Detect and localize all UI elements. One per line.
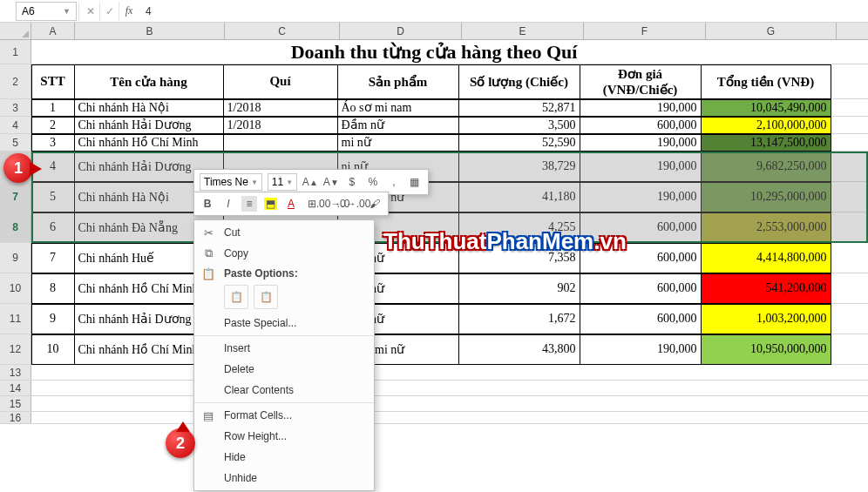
italic-icon[interactable]: I — [220, 196, 236, 212]
formula-input[interactable]: 4 — [139, 5, 868, 17]
format-painter-icon[interactable]: 🖌 — [367, 196, 383, 212]
paste-keep-source-icon[interactable]: 📋 — [224, 285, 248, 309]
cell-tt[interactable]: 10,045,490,000 — [701, 99, 831, 117]
menu-format-cells[interactable]: ▤Format Cells... — [194, 405, 374, 426]
row-header[interactable]: 16 — [0, 412, 31, 423]
menu-paste-special[interactable]: Paste Special... — [194, 313, 374, 334]
cell-dg[interactable]: 600,000 — [580, 117, 702, 134]
cell-ten[interactable]: Chi nhánh Hà Nội — [74, 99, 224, 117]
col-header-a[interactable]: A — [31, 23, 75, 39]
accept-formula-button[interactable]: ✓ — [100, 2, 119, 21]
menu-clear-contents[interactable]: Clear Contents — [194, 380, 374, 401]
cell-dg[interactable]: 190,000 — [580, 152, 702, 182]
cell-sp[interactable]: Đầm nữ — [337, 117, 459, 134]
cell-stt[interactable]: 6 — [31, 212, 75, 243]
cell-sp[interactable]: Áo sơ mi nam — [337, 99, 459, 117]
col-header-f[interactable]: F — [584, 23, 706, 39]
cell-stt[interactable]: 2 — [31, 117, 75, 134]
context-menu[interactable]: ✂Cut ⧉Copy 📋Paste Options: 📋 📋 Paste Spe… — [193, 219, 375, 491]
cell-tt[interactable]: 10,950,000,000 — [701, 334, 831, 365]
cell-ten[interactable]: Chi nhánh Hải Dương — [74, 117, 224, 134]
cell-sl[interactable]: 41,180 — [458, 182, 580, 212]
cell-tt[interactable]: 541,200,000 — [701, 273, 831, 304]
cell-tt[interactable]: 13,147,500,000 — [701, 134, 831, 152]
menu-copy[interactable]: ⧉Copy — [194, 243, 374, 264]
cell-sl[interactable]: 902 — [458, 273, 580, 304]
cell-tt[interactable]: 2,553,000,000 — [701, 212, 831, 243]
col-header-g[interactable]: G — [706, 23, 837, 39]
cell-dg[interactable]: 190,000 — [580, 334, 702, 365]
cell-dg[interactable]: 600,000 — [580, 304, 702, 334]
cell-dg[interactable]: 190,000 — [580, 134, 702, 152]
cell-tt[interactable]: 1,003,200,000 — [701, 304, 831, 334]
cell-qui[interactable]: 1/2018 — [223, 117, 338, 134]
row-header[interactable]: 12 — [0, 334, 31, 364]
row-header[interactable]: 15 — [0, 396, 31, 411]
percent-icon[interactable]: % — [365, 174, 381, 190]
cell-stt[interactable]: 3 — [31, 134, 75, 152]
cell-tt[interactable]: 4,414,800,000 — [701, 243, 831, 273]
cell-tt[interactable]: 10,295,000,000 — [701, 182, 831, 212]
cancel-formula-button[interactable]: ✕ — [81, 2, 100, 21]
currency-icon[interactable]: $ — [344, 174, 360, 190]
row-header[interactable]: 5 — [0, 134, 31, 151]
cell-qui[interactable]: 1/2018 — [223, 99, 338, 117]
decrease-font-icon[interactable]: A▼ — [323, 174, 339, 190]
cell-sl[interactable]: 52,590 — [458, 134, 580, 152]
row-header[interactable]: 9 — [0, 243, 31, 273]
menu-cut[interactable]: ✂Cut — [194, 222, 374, 243]
cell-sl[interactable]: 43,800 — [458, 334, 580, 365]
row-header[interactable]: 10 — [0, 273, 31, 303]
cell-sl[interactable]: 52,871 — [458, 99, 580, 117]
mini-toolbar-2[interactable]: B I ≡ ⬒ A ⊞ .00→.0 .0→.00 🖌 — [193, 192, 389, 216]
cell-tt[interactable]: 9,682,250,000 — [701, 152, 831, 182]
font-name-box[interactable]: Times Ne▼ — [200, 173, 262, 191]
row-header[interactable]: 1 — [0, 40, 31, 64]
menu-insert[interactable]: Insert — [194, 338, 374, 359]
cell-stt[interactable]: 9 — [31, 304, 75, 334]
cell-stt[interactable]: 10 — [31, 334, 75, 365]
menu-unhide[interactable]: Unhide — [194, 468, 374, 489]
font-color-icon[interactable]: A — [283, 196, 299, 212]
paste-values-icon[interactable]: 📋 — [254, 285, 278, 309]
row-header[interactable]: 14 — [0, 381, 31, 395]
cell-sl[interactable]: 3,500 — [458, 117, 580, 134]
row-header[interactable]: 13 — [0, 365, 31, 380]
menu-hide[interactable]: Hide — [194, 447, 374, 468]
row-header[interactable]: 8 — [0, 212, 31, 242]
cell-sl[interactable]: 38,729 — [458, 152, 580, 182]
cell-sl[interactable]: 1,672 — [458, 304, 580, 334]
cell-stt[interactable]: 8 — [31, 273, 75, 304]
select-all-corner[interactable] — [0, 23, 31, 39]
cell-ten[interactable]: Chi nhánh Hồ Chí Minh — [74, 134, 224, 152]
menu-row-height[interactable]: Row Height... — [194, 426, 374, 447]
row-header[interactable]: 4 — [0, 117, 31, 133]
comma-icon[interactable]: , — [386, 174, 402, 190]
cell-stt[interactable]: 5 — [31, 182, 75, 212]
cell-stt[interactable]: 7 — [31, 243, 75, 273]
cell-dg[interactable]: 190,000 — [580, 182, 702, 212]
cell-dg[interactable]: 600,000 — [580, 273, 702, 304]
fx-button[interactable]: fx — [119, 2, 139, 21]
col-header-b[interactable]: B — [75, 23, 225, 39]
name-box[interactable]: A6 ▼ — [16, 2, 77, 21]
menu-delete[interactable]: Delete — [194, 359, 374, 380]
align-icon[interactable]: ≡ — [241, 196, 257, 212]
fill-color-icon[interactable]: ⬒ — [262, 196, 278, 212]
row-header[interactable]: 3 — [0, 99, 31, 116]
col-header-c[interactable]: C — [225, 23, 340, 39]
increase-decimal-icon[interactable]: .0→.00 — [346, 196, 362, 212]
row-header[interactable]: 7 — [0, 182, 31, 212]
cell-tt[interactable]: 2,100,000,000 — [701, 117, 831, 134]
table-icon[interactable]: ▦ — [407, 174, 423, 190]
bold-icon[interactable]: B — [200, 196, 215, 212]
row-header[interactable]: 2 — [0, 64, 31, 98]
increase-font-icon[interactable]: A▲ — [302, 174, 318, 190]
cell-sp[interactable]: mi nữ — [337, 134, 459, 152]
font-size-box[interactable]: 11▼ — [268, 173, 297, 191]
cell-dg[interactable]: 190,000 — [580, 99, 702, 117]
col-header-e[interactable]: E — [462, 23, 584, 39]
col-header-d[interactable]: D — [340, 23, 462, 39]
cell-stt[interactable]: 1 — [31, 99, 75, 117]
row-header[interactable]: 11 — [0, 304, 31, 334]
